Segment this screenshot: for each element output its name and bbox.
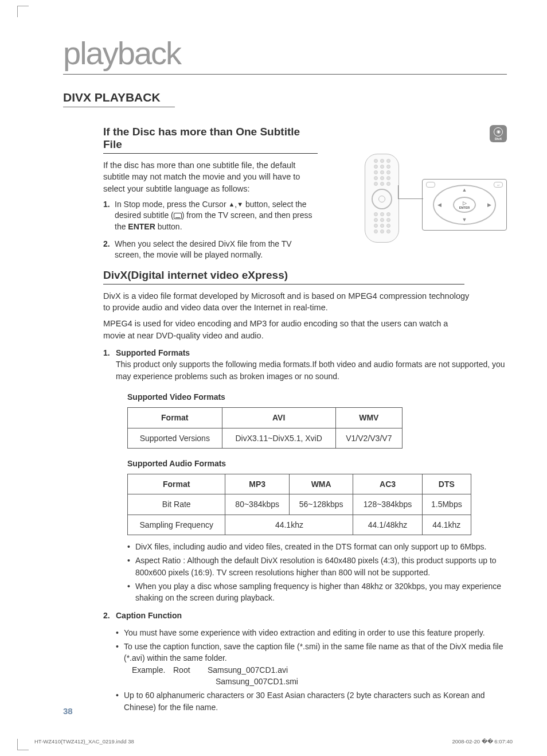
at-r2c2: 44.1khz (225, 515, 353, 535)
item-caption-function: 2. Caption Function You must have some e… (103, 610, 507, 713)
divx-p1: DivX is a video file format developed by… (103, 290, 470, 314)
at-h1: Format (128, 474, 225, 494)
divx-badge: ◉ DivX (490, 125, 507, 142)
subtitle-intro: If the disc has more than one subtitle f… (103, 159, 315, 194)
vt-r1c3: V1/V2/V3/V7 (335, 428, 402, 448)
nav-pad-graphic: ↵ ▲ ▼ ◀ ▶ ▷ ENTER (422, 179, 507, 231)
triangle-down-icon: ▼ (237, 200, 243, 209)
note-3: When you play a disc whose sampling freq… (127, 580, 507, 604)
remote-graphic (365, 154, 399, 243)
connector-line (398, 198, 423, 199)
vt-h3: WMV (335, 408, 402, 428)
step-1: 1. In Stop mode, press the Cursor ▲,▼ bu… (103, 199, 315, 233)
badge-label: DivX (495, 137, 502, 141)
video-formats-table: Format AVI WMV Supported Versions DivX3.… (127, 407, 403, 449)
subtitle-icon (174, 213, 182, 219)
at-r2c5: 44.1khz (422, 515, 471, 535)
item-supported-formats: 1. Supported Formats This product only s… (103, 347, 507, 603)
footer-left: HT-WZ410(TWZ412)_XAC_0219.indd 38 (34, 738, 134, 745)
step-2: 2. When you select the desired DivX file… (103, 239, 315, 261)
page-number: 38 (63, 706, 73, 716)
at-h2: MP3 (225, 474, 289, 494)
at-h3: WMA (289, 474, 353, 494)
divx-info-heading: DivX(Digital internet video eXpress) (103, 269, 464, 285)
caption-b3: Up to 60 alphanumeric characters or 30 E… (116, 689, 507, 713)
badge-icon: ◉ (497, 129, 501, 134)
divx-p2: MPEG4 is used for video encoding and MP3… (103, 318, 470, 341)
footer-right: 2008-02-20 �� 6:07:40 (452, 738, 513, 745)
play-icon: ▷ (463, 201, 467, 206)
caption-b1: You must have some experience with video… (116, 627, 507, 638)
at-r1c2: 80~384kbps (225, 494, 289, 515)
remote-nav-figure: ↵ ▲ ▼ ◀ ▶ ▷ ENTER (365, 154, 508, 245)
at-r1c3: 56~128kbps (289, 494, 353, 515)
at-r1c4: 128~384kbps (353, 494, 422, 515)
vt-r1c2: DivX3.11~DivX5.1, XviD (222, 428, 335, 448)
vt-h2: AVI (222, 408, 335, 428)
chapter-title: playback (63, 34, 507, 75)
vt-h1: Format (128, 408, 222, 428)
enter-label: ENTER (459, 206, 470, 209)
at-r1c5: 1.5Mbps (422, 494, 471, 515)
video-formats-title: Supported Video Formats (127, 391, 507, 403)
right-arrow-icon: ▶ (487, 202, 491, 208)
left-arrow-icon: ◀ (437, 202, 441, 208)
vt-r1c1: Supported Versions (128, 428, 222, 448)
note-2: Aspect Ratio : Although the default DivX… (127, 555, 507, 578)
at-h4: AC3 (353, 474, 422, 494)
up-arrow-icon: ▲ (462, 187, 467, 193)
note-1: DivX files, including audio and video fi… (127, 541, 507, 552)
subtitle-heading: If the Disc has more than One Subtitle F… (103, 126, 318, 154)
down-arrow-icon: ▼ (462, 217, 467, 223)
triangle-up-icon: ▲ (228, 200, 235, 209)
at-r2c1: Sampling Frequency (128, 515, 225, 535)
caption-b2: To use the caption function, save the ca… (116, 641, 507, 687)
audio-formats-table: Format MP3 WMA AC3 DTS Bit Rate 80~384kb… (127, 474, 471, 535)
at-h5: DTS (422, 474, 471, 494)
at-r1c1: Bit Rate (128, 494, 225, 515)
audio-formats-title: Supported Audio Formats (127, 458, 507, 469)
section-heading: DIVX PLAYBACK (63, 91, 175, 107)
at-r2c4: 44.1/48khz (353, 515, 422, 535)
